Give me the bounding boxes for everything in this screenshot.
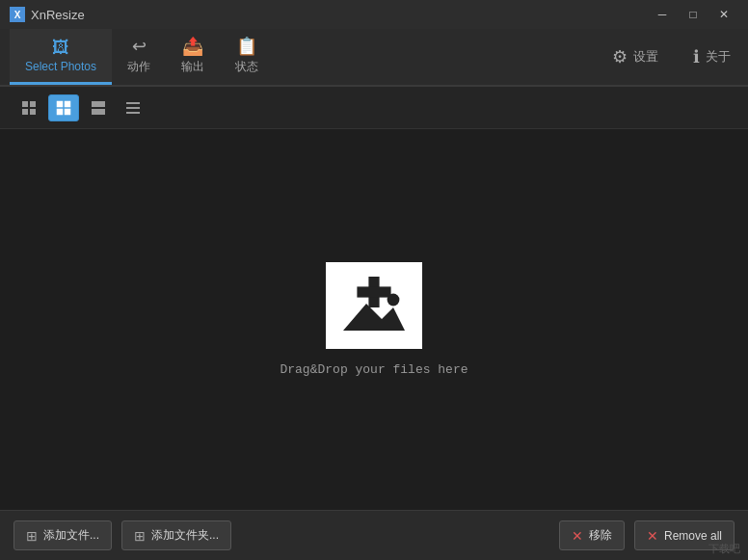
nav-tab-select-photos[interactable]: 🖼Select Photos [10,29,112,85]
about-icon: ℹ [693,46,700,67]
svg-rect-7 [65,109,70,115]
navbar-actions: ⚙设置ℹ关于 [604,42,738,71]
remove-all-icon: ✕ [647,528,658,544]
svg-rect-6 [57,109,63,115]
remove-all-label: Remove all [664,529,722,543]
remove-label: 移除 [589,527,612,544]
actions-tab-label: 动作 [127,59,150,75]
svg-marker-15 [343,304,405,331]
nav-tab-output[interactable]: 📤输出 [166,29,220,85]
about-label: 关于 [706,48,731,66]
close-button[interactable]: ✕ [709,4,738,25]
remove-button[interactable]: ✕ 移除 [559,520,625,550]
minimize-button[interactable]: ─ [648,4,677,25]
add-folder-icon: ⊞ [134,528,146,544]
titlebar: X XnResize ─ □ ✕ [0,0,748,29]
svg-rect-3 [30,109,36,115]
select-photos-tab-label: Select Photos [25,60,96,73]
svg-rect-14 [357,286,390,297]
navbar: 🖼Select Photos↩动作📤输出📋状态 ⚙设置ℹ关于 [0,29,748,87]
drop-text: Drag&Drop your files here [280,362,468,377]
nav-action-settings[interactable]: ⚙设置 [604,42,666,71]
select-photos-tab-icon: 🖼 [52,38,69,58]
svg-rect-1 [30,101,36,107]
nav-tab-actions[interactable]: ↩动作 [112,29,166,85]
svg-rect-0 [22,101,28,107]
svg-rect-8 [92,101,105,107]
svg-rect-2 [22,109,28,115]
nav-action-about[interactable]: ℹ关于 [685,42,738,71]
add-folder-label: 添加文件夹... [151,527,219,544]
maximize-button[interactable]: □ [679,4,708,25]
drop-icon [335,272,413,339]
drop-zone[interactable]: Drag&Drop your files here [280,262,468,377]
bottom-bar: ⊞ 添加文件... ⊞ 添加文件夹... ✕ 移除 ✕ Remove all [0,510,748,560]
svg-rect-5 [65,101,70,107]
add-files-label: 添加文件... [43,527,99,544]
svg-rect-9 [92,109,105,115]
add-files-icon: ⊞ [26,528,38,544]
bottom-left-actions: ⊞ 添加文件... ⊞ 添加文件夹... [13,520,231,550]
view-toolbar [0,87,748,129]
add-folder-button[interactable]: ⊞ 添加文件夹... [121,520,231,550]
svg-rect-4 [57,101,63,107]
output-tab-label: 输出 [181,59,204,75]
svg-rect-12 [126,112,140,114]
add-files-button[interactable]: ⊞ 添加文件... [13,520,112,550]
status-tab-label: 状态 [235,59,258,75]
view-btn-list[interactable] [118,94,148,121]
actions-tab-icon: ↩ [132,36,147,57]
navbar-tabs: 🖼Select Photos↩动作📤输出📋状态 [10,29,274,85]
view-btn-grid-large[interactable] [83,94,114,121]
svg-rect-10 [126,102,140,104]
app-title: XnResize [31,8,85,22]
settings-icon: ⚙ [612,46,628,67]
view-btn-grid-small[interactable] [13,94,44,121]
titlebar-left: X XnResize [10,7,85,22]
output-tab-icon: 📤 [182,36,203,57]
status-tab-icon: 📋 [236,36,257,57]
svg-rect-11 [126,107,140,109]
main-content: Drag&Drop your files here [0,129,748,510]
view-btn-grid-medium[interactable] [48,94,79,121]
drop-icon-box [326,262,422,349]
svg-point-16 [387,294,400,307]
remove-icon: ✕ [572,528,583,544]
watermark: 下载吧 [708,542,740,556]
app-icon: X [10,7,25,22]
settings-label: 设置 [633,48,658,66]
nav-tab-status[interactable]: 📋状态 [220,29,274,85]
titlebar-controls: ─ □ ✕ [648,4,738,25]
